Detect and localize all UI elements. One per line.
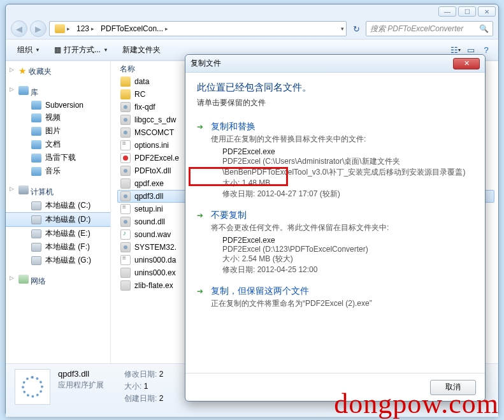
dialog-titlebar: 复制文件 ✕ xyxy=(185,55,485,73)
file-name: RC xyxy=(134,90,145,99)
option-keep-both[interactable]: 复制，但保留这两个文件 正在复制的文件将重命名为“PDF2Excel (2).e… xyxy=(197,282,473,318)
refresh-button[interactable]: ↻ xyxy=(349,24,363,34)
conflict-filename: PDF2Excel.exe xyxy=(222,147,473,156)
nav-library-item[interactable]: Subversion xyxy=(6,99,110,111)
minimize-button[interactable]: — xyxy=(438,6,456,17)
organize-button[interactable]: 组织 ▼ xyxy=(11,42,47,58)
nav-library-item[interactable]: 迅雷下载 xyxy=(6,151,110,164)
library-icon xyxy=(31,140,41,149)
library-icon xyxy=(31,167,41,176)
option-title: 复制和替换 xyxy=(211,121,473,133)
file-name: libgcc_s_dw xyxy=(134,115,176,124)
option-desc: 将不会更改任何文件。将此文件保留在目标文件夹中: xyxy=(211,222,473,233)
details-filename: qpdf3.dll xyxy=(58,369,104,379)
file-icon xyxy=(120,166,131,176)
file-icon xyxy=(120,89,131,99)
drive-icon xyxy=(31,243,41,252)
file-icon xyxy=(120,115,131,125)
search-placeholder: 搜索 PDFToExcelConverter xyxy=(370,24,463,34)
file-icon xyxy=(120,127,131,138)
nav-library-item[interactable]: 音乐 xyxy=(6,164,110,178)
back-button[interactable]: ◀ xyxy=(11,20,27,37)
dialog-heading: 此位置已经包含同名文件。 xyxy=(197,82,473,94)
file-icon xyxy=(120,102,131,112)
nav-library-item[interactable]: 文档 xyxy=(6,138,110,151)
nav-drive-item[interactable]: 本地磁盘 (C:) xyxy=(6,199,110,212)
breadcrumb-drop-icon[interactable]: ▾ xyxy=(341,25,344,32)
drive-icon xyxy=(31,256,41,265)
nav-pane: ★ 收藏夹 库 Subversion视频图片文档迅雷下载音乐 计算机 本地磁盘 … xyxy=(6,61,111,363)
file-name: data xyxy=(134,77,149,86)
file-name: qpdf3.dll xyxy=(134,192,163,201)
conflict-path: PDF2Excel (D:\123\PDFToExcelConverter) xyxy=(222,245,473,254)
nav-libraries[interactable]: 库 xyxy=(6,85,110,99)
file-icon xyxy=(120,178,131,189)
nav-library-item[interactable]: 图片 xyxy=(6,124,110,138)
annotation-highlight xyxy=(189,167,288,186)
file-icon xyxy=(120,140,131,150)
library-icon xyxy=(31,101,41,110)
breadcrumb-seg[interactable]: PDFToExcelCon... xyxy=(101,24,163,33)
search-input[interactable]: 搜索 PDFToExcelConverter 🔍 xyxy=(366,21,493,36)
file-name: fix-qdf xyxy=(134,103,155,112)
file-name: setup.ini xyxy=(134,205,163,214)
titlebar: — ☐ ✕ xyxy=(6,4,498,18)
star-icon: ★ xyxy=(18,66,27,76)
file-name: PDFtoX.dll xyxy=(134,166,171,175)
file-icon xyxy=(120,229,131,240)
library-icon xyxy=(31,127,41,136)
file-name: PDF2Excel.e xyxy=(134,154,179,163)
option-copy-replace[interactable]: 复制和替换 使用正在复制的文件替换目标文件夹中的文件: PDF2Excel.ex… xyxy=(197,117,473,206)
option-title: 复制，但保留这两个文件 xyxy=(211,286,473,297)
openwith-button[interactable]: ▦ 打开方式... ▼ xyxy=(48,42,115,58)
file-icon xyxy=(120,204,131,214)
maximize-button[interactable]: ☐ xyxy=(458,6,476,17)
file-thumbnail xyxy=(15,369,50,405)
nav-computer[interactable]: 计算机 xyxy=(6,184,110,199)
cancel-button[interactable]: 取消 xyxy=(430,380,476,395)
nav-favorites[interactable]: ★ 收藏夹 xyxy=(6,65,110,78)
drive-icon xyxy=(31,201,41,210)
breadcrumb-seg[interactable]: 123 xyxy=(76,24,89,33)
library-icon xyxy=(31,154,41,163)
library-icon xyxy=(18,86,29,95)
dialog-subheading: 请单击要保留的文件 xyxy=(197,98,473,108)
file-icon xyxy=(120,76,131,87)
close-button[interactable]: ✕ xyxy=(478,6,496,17)
gear-icon xyxy=(22,376,43,398)
forward-button[interactable]: ▶ xyxy=(30,20,47,37)
conflict-filename: PDF2Excel.exe xyxy=(222,236,473,245)
file-name: MSCOMCT xyxy=(134,128,174,137)
file-icon xyxy=(120,280,131,291)
newfolder-button[interactable]: 新建文件夹 xyxy=(116,42,167,58)
address-bar-row: ◀ ▶ ▸ 123▸ PDFToExcelCon...▸ ▾ ↻ 搜索 PDFT… xyxy=(6,18,498,39)
file-icon xyxy=(120,268,131,278)
file-name: zlib-flate.ex xyxy=(134,281,173,290)
file-name: sound.dll xyxy=(134,217,165,226)
conflict-date: 修改日期: 2012-04-27 17:07 (较新) xyxy=(222,189,473,199)
nav-network[interactable]: 网络 xyxy=(6,273,110,288)
nav-drive-item[interactable]: 本地磁盘 (D:) xyxy=(6,212,110,227)
nav-drive-item[interactable]: 本地磁盘 (E:) xyxy=(6,227,110,240)
file-icon xyxy=(120,191,131,201)
details-filetype: 应用程序扩展 xyxy=(58,380,104,391)
file-icon xyxy=(120,255,131,265)
file-name: unins000.da xyxy=(134,256,176,264)
option-dont-copy[interactable]: 不要复制 将不会更改任何文件。将此文件保留在目标文件夹中: PDF2Excel.… xyxy=(197,206,473,282)
dialog-close-button[interactable]: ✕ xyxy=(453,58,480,69)
breadcrumb[interactable]: ▸ 123▸ PDFToExcelCon...▸ ▾ xyxy=(49,21,347,36)
network-icon xyxy=(18,275,29,284)
file-name: SYSTEM32. xyxy=(134,243,176,252)
dialog-title: 复制文件 xyxy=(191,58,221,69)
option-title: 不要复制 xyxy=(211,210,473,221)
file-name: unins000.ex xyxy=(134,268,176,277)
file-name: sound.wav xyxy=(134,230,171,239)
drive-icon xyxy=(31,215,41,224)
column-header-name[interactable]: 名称 xyxy=(120,64,135,75)
conflict-date: 修改日期: 2012-04-25 12:00 xyxy=(222,264,473,275)
nav-drive-item[interactable]: 本地磁盘 (G:) xyxy=(6,254,110,267)
nav-library-item[interactable]: 视频 xyxy=(6,111,110,124)
option-desc: 正在复制的文件将重命名为“PDF2Excel (2).exe” xyxy=(211,298,473,309)
folder-icon xyxy=(55,24,65,33)
nav-drive-item[interactable]: 本地磁盘 (F:) xyxy=(6,240,110,254)
